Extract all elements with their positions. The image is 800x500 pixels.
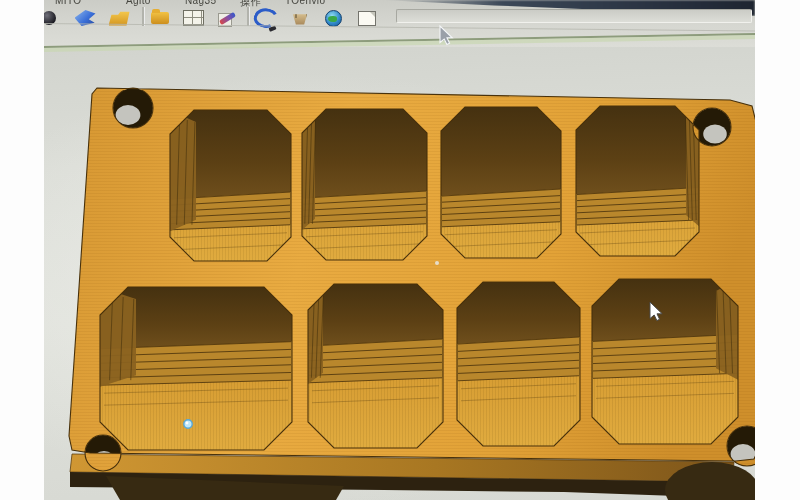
application-window: MITO Agito Nag35 操作 TOenvio [44,0,755,500]
photo-margin-right [755,0,800,500]
photo-of-screen: MITO Agito Nag35 操作 TOenvio [0,0,800,500]
mold-plate-underside [70,454,755,500]
pocket-interior[interactable] [307,284,443,448]
pocket-interior[interactable] [457,282,580,446]
pocket-interior[interactable] [169,110,291,261]
origin-dot [435,261,439,265]
photo-margin-left [0,0,44,500]
cad-viewport[interactable] [44,0,755,500]
snap-point-dot[interactable] [184,420,192,428]
pocket-interior[interactable] [441,107,561,258]
snap-point-dot-center [186,422,189,425]
pocket-interior[interactable] [576,106,700,256]
mouse-cursor-top [440,26,452,45]
pocket-interior[interactable] [301,109,427,260]
pocket-interior[interactable] [592,279,739,444]
pocket-interior[interactable] [99,287,292,450]
